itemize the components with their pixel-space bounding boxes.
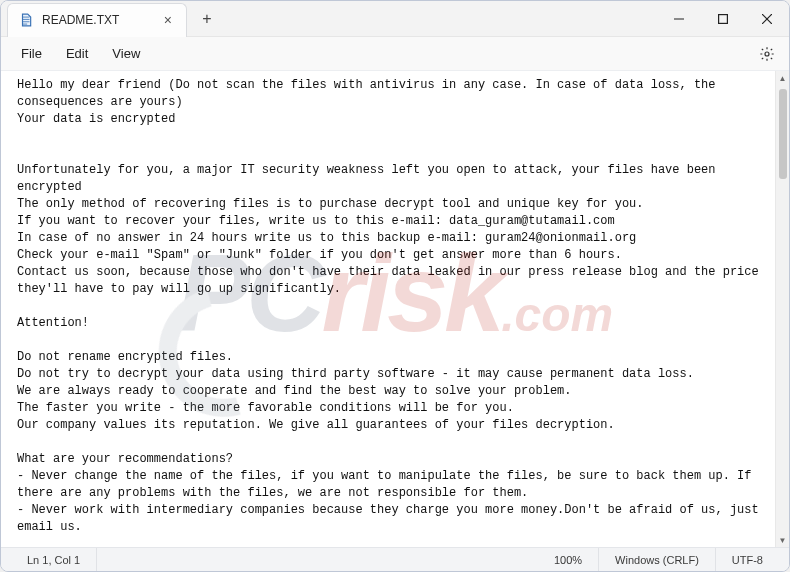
minimize-button[interactable] [657,4,701,34]
menu-edit[interactable]: Edit [54,40,100,67]
titlebar: README.TXT × + [1,1,789,37]
menu-file[interactable]: File [9,40,54,67]
text-content[interactable]: Hello my dear friend (Do not scan the fi… [1,71,775,547]
scroll-down-icon[interactable]: ▼ [776,533,789,547]
file-icon [18,12,34,28]
scroll-thumb[interactable] [779,89,787,179]
close-button[interactable] [745,4,789,34]
editor-area: Hello my dear friend (Do not scan the fi… [1,71,789,547]
maximize-button[interactable] [701,4,745,34]
svg-point-4 [765,52,769,56]
statusbar: Ln 1, Col 1 100% Windows (CRLF) UTF-8 [1,547,789,571]
status-encoding[interactable]: UTF-8 [716,548,779,571]
menubar: File Edit View [1,37,789,71]
tab-close-button[interactable]: × [164,12,172,28]
svg-rect-1 [719,14,728,23]
settings-button[interactable] [753,40,781,68]
status-cursor-position: Ln 1, Col 1 [11,548,97,571]
menu-view[interactable]: View [100,40,152,67]
status-zoom[interactable]: 100% [538,548,599,571]
tab-title: README.TXT [42,13,119,27]
document-tab[interactable]: README.TXT × [7,3,187,37]
new-tab-button[interactable]: + [193,5,221,33]
notepad-window: README.TXT × + File Edit View Hello my d… [0,0,790,572]
status-line-ending[interactable]: Windows (CRLF) [599,548,716,571]
vertical-scrollbar[interactable]: ▲ ▼ [775,71,789,547]
scroll-up-icon[interactable]: ▲ [776,71,789,85]
